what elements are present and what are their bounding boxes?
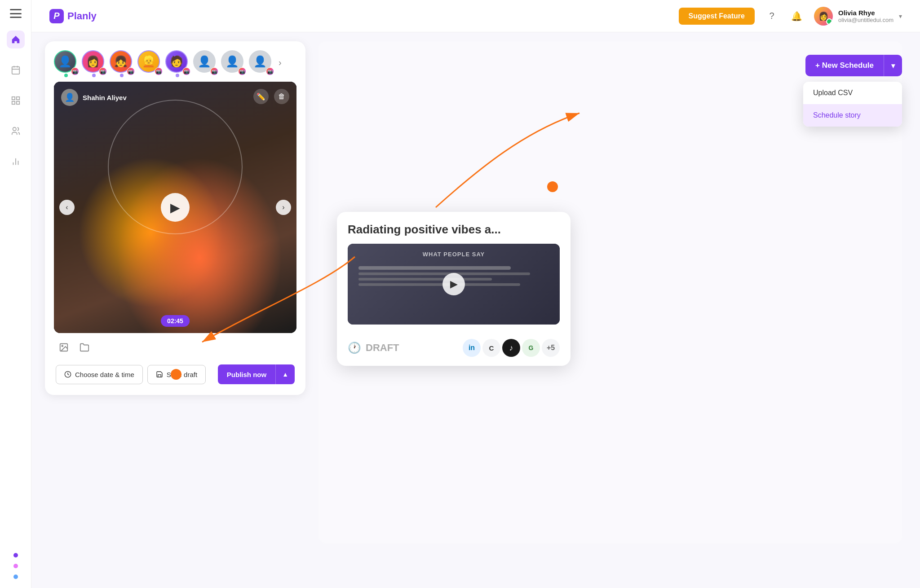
- video-user-info: 👤 Shahin Aliyev: [61, 89, 127, 106]
- dropdown-menu: Upload CSV Schedule story: [803, 82, 902, 127]
- user-name: Olivia Rhye: [838, 9, 893, 17]
- card-bottom-icons: [54, 333, 296, 357]
- user-menu[interactable]: 👩 Olivia Rhye olivia@untitledui.com ▾: [814, 7, 902, 26]
- image-icon[interactable]: [56, 339, 72, 355]
- help-icon[interactable]: ?: [764, 8, 780, 24]
- featured-card: Radiating positive vibes a... WHAT PEOPL…: [337, 212, 571, 366]
- clock-icon-small: [64, 371, 71, 378]
- choose-date-button[interactable]: Choose date & time: [56, 365, 143, 384]
- svg-point-13: [62, 345, 63, 347]
- publish-main-part: Publish now: [218, 365, 275, 384]
- logo: P Planly: [49, 9, 97, 23]
- new-schedule-button[interactable]: + New Schedule ▾: [805, 55, 902, 76]
- avatar-dot-2: [92, 74, 96, 77]
- topnav: P Planly Suggest Feature ? 🔔 👩 Olivia Rh…: [31, 0, 920, 32]
- social-more-icon: +5: [542, 339, 560, 357]
- save-icon: [156, 371, 163, 378]
- avatar-item-8[interactable]: 👤 📷: [249, 50, 273, 75]
- sidebar-item-calendar[interactable]: [7, 61, 25, 79]
- sidebar-item-home[interactable]: [7, 31, 25, 48]
- featured-title: Radiating positive vibes a...: [337, 212, 571, 244]
- draft-badge: 🕐 DRAFT: [348, 342, 399, 354]
- featured-play-button[interactable]: ▶: [442, 273, 465, 295]
- video-card: 👤 Shahin Aliyev ✏️ 🗑 ‹ ▶ › 02:45: [54, 82, 296, 333]
- duration-badge: 02:45: [161, 315, 190, 327]
- other-social-icon: G: [522, 339, 540, 357]
- publish-button[interactable]: Publish now ▲: [218, 364, 295, 384]
- featured-footer: 🕐 DRAFT in C ♪ G +5: [337, 332, 571, 366]
- sidebar-item-grid[interactable]: [7, 92, 25, 110]
- publish-arrow[interactable]: ▲: [276, 371, 295, 378]
- avatar-strip: 👤 📷 👩 📷 👧 📷 👱 📷 🧑 📷: [54, 50, 296, 75]
- sidebar-dot-pink: [13, 564, 18, 568]
- video-edit-btn[interactable]: ✏️: [253, 89, 269, 104]
- svg-rect-5: [16, 97, 19, 100]
- clubhouse-icon: C: [482, 339, 500, 357]
- play-button[interactable]: ▶: [161, 193, 190, 222]
- hamburger-menu[interactable]: [10, 9, 22, 18]
- new-schedule-arrow[interactable]: ▾: [884, 61, 902, 70]
- avatar-ig-2: 📷: [99, 67, 107, 75]
- svg-rect-0: [12, 67, 19, 75]
- video-user-avatar: 👤: [61, 89, 78, 106]
- avatar-item-1[interactable]: 👤 📷: [54, 50, 78, 75]
- orange-accent-1: [547, 181, 558, 192]
- avatar-item-6[interactable]: 👤 📷: [193, 50, 217, 75]
- topnav-right: Suggest Feature ? 🔔 👩 Olivia Rhye olivia…: [679, 7, 902, 26]
- social-icons: in C ♪ G +5: [463, 339, 560, 357]
- avatar-item-5[interactable]: 🧑 📷: [165, 50, 190, 75]
- notification-icon[interactable]: 🔔: [789, 8, 805, 24]
- avatar-ig-3: 📷: [127, 67, 135, 75]
- avatar-item-2[interactable]: 👩 📷: [82, 50, 106, 75]
- featured-video: WHAT PEOPLE SAY ▶: [348, 244, 560, 325]
- video-user-name: Shahin Aliyev: [83, 94, 127, 101]
- avatar-dot-1: [64, 74, 68, 77]
- tiktok-icon: ♪: [502, 339, 520, 357]
- avatar-ig-1: 📷: [71, 67, 79, 75]
- svg-rect-6: [12, 101, 14, 104]
- video-actions: ✏️ 🗑: [253, 89, 289, 104]
- story-panel: 👤 📷 👩 📷 👧 📷 👱 📷 🧑 📷: [45, 41, 305, 395]
- new-schedule-label: + New Schedule: [815, 61, 874, 70]
- orange-accent-2: [171, 369, 181, 380]
- folder-icon[interactable]: [76, 339, 93, 355]
- avatar-ig-4: 📷: [155, 67, 163, 75]
- avatar-item-7[interactable]: 👤 📷: [221, 50, 245, 75]
- sidebar-dot-blue: [13, 575, 18, 579]
- next-button[interactable]: ›: [276, 200, 291, 215]
- avatar-item-4[interactable]: 👱 📷: [137, 50, 162, 75]
- sidebar-item-chart[interactable]: [7, 153, 25, 171]
- new-schedule-main-part: + New Schedule: [805, 55, 884, 76]
- avatar-ig-5: 📷: [182, 67, 190, 75]
- video-delete-btn[interactable]: 🗑: [274, 89, 289, 104]
- prev-button[interactable]: ‹: [59, 200, 75, 215]
- svg-point-8: [13, 127, 16, 131]
- avatar-ig-7: 📷: [238, 67, 246, 75]
- user-email: olivia@untitledui.com: [838, 17, 893, 23]
- avatar-ig-8: 📷: [266, 67, 274, 75]
- app-name: Planly: [67, 10, 97, 22]
- linkedin-icon: in: [463, 339, 481, 357]
- avatar-dot-3: [120, 74, 124, 77]
- user-menu-chevron[interactable]: ▾: [899, 13, 902, 20]
- clock-icon: 🕐: [348, 342, 361, 354]
- user-info: Olivia Rhye olivia@untitledui.com: [838, 9, 893, 23]
- strip-chevron[interactable]: ›: [279, 57, 282, 68]
- dropdown-item-upload-csv[interactable]: Upload CSV: [803, 82, 902, 104]
- sidebar-item-users[interactable]: [7, 122, 25, 140]
- avatar-item-3[interactable]: 👧 📷: [110, 50, 134, 75]
- dropdown-item-schedule-story[interactable]: Schedule story: [803, 104, 902, 127]
- avatar-ig-6: 📷: [210, 67, 218, 75]
- video-bg: 👤 Shahin Aliyev ✏️ 🗑 ‹ ▶ › 02:45: [54, 82, 296, 333]
- draft-label: DRAFT: [366, 342, 399, 354]
- main-content: + New Schedule ▾ Upload CSV Schedule sto…: [31, 32, 920, 588]
- svg-rect-7: [16, 101, 19, 104]
- logo-icon: P: [49, 9, 64, 23]
- avatar-dot-5: [176, 74, 179, 77]
- svg-rect-4: [12, 97, 14, 100]
- featured-video-text: WHAT PEOPLE SAY: [423, 251, 485, 258]
- suggest-feature-button[interactable]: Suggest Feature: [679, 8, 755, 25]
- sidebar-dot-purple: [13, 553, 18, 557]
- sidebar: [0, 0, 31, 588]
- avatar: 👩: [814, 7, 833, 26]
